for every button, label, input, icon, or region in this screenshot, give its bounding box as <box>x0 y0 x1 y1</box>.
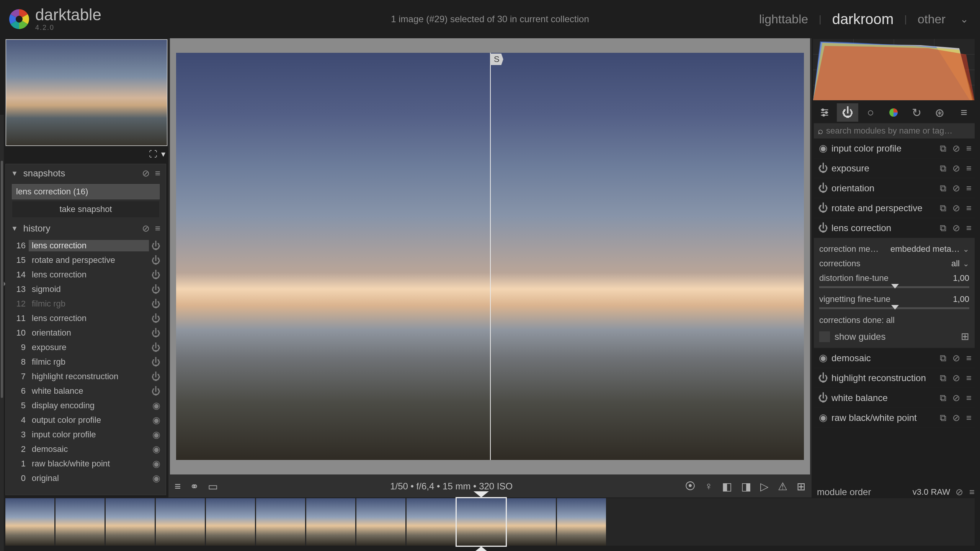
power-icon[interactable]: ⏻ <box>150 298 162 309</box>
module-row[interactable]: ⏻rotate and perspective⧉⊘≡ <box>814 198 975 218</box>
reset-icon[interactable]: ⊘ <box>142 168 150 179</box>
power-icon[interactable]: ⏻ <box>150 342 162 353</box>
view-darkroom[interactable]: darkroom <box>832 11 894 28</box>
power-icon[interactable]: ⏻ <box>150 313 162 324</box>
history-item[interactable]: 4output color profile◉ <box>6 413 166 427</box>
focus-peaking-icon[interactable]: ⦿ <box>685 480 696 493</box>
reset-icon[interactable]: ⊘ <box>952 412 960 423</box>
guides-grid-icon[interactable]: ⊞ <box>961 331 969 342</box>
filmstrip-thumb[interactable] <box>106 498 155 546</box>
filmstrip-thumb[interactable] <box>356 498 405 546</box>
target-icon[interactable]: ◉ <box>817 352 829 364</box>
target-icon[interactable]: ◉ <box>150 400 162 411</box>
presets-icon[interactable]: ≡ <box>966 412 972 423</box>
tab-quick-icon[interactable] <box>814 103 835 122</box>
filmstrip-thumb[interactable] <box>206 498 255 546</box>
presets-icon[interactable]: ≡ <box>966 373 972 383</box>
presets-icon[interactable]: ≡ <box>966 163 972 174</box>
module-row[interactable]: ◉input color profile⧉⊘≡ <box>814 139 975 158</box>
multi-instance-icon[interactable]: ⧉ <box>940 373 946 383</box>
menu-icon[interactable]: ≡ <box>155 168 160 179</box>
filmstrip-thumb[interactable] <box>507 498 556 546</box>
power-icon[interactable]: ⏻ <box>150 371 162 382</box>
history-item[interactable]: 5display encoding◉ <box>6 398 166 413</box>
target-icon[interactable]: ◉ <box>150 415 162 425</box>
snapshot-split-tag[interactable]: S <box>490 54 503 65</box>
presets-icon[interactable]: ≡ <box>966 393 972 403</box>
target-icon[interactable]: ◉ <box>150 458 162 469</box>
tab-base-icon[interactable]: ○ <box>860 103 881 122</box>
module-row[interactable]: ⏻orientation⧉⊘≡ <box>814 178 975 198</box>
search-input[interactable] <box>826 126 971 136</box>
quick-access-icon[interactable]: ≡ <box>175 480 181 493</box>
reset-icon[interactable]: ⊘ <box>142 223 150 234</box>
module-row[interactable]: ⏻white balance⧉⊘≡ <box>814 388 975 408</box>
view-lighttable[interactable]: lighttable <box>759 12 808 26</box>
history-item[interactable]: 6white balance⏻ <box>6 384 166 398</box>
history-item[interactable]: 16lens correction⏻ <box>6 238 166 253</box>
reset-icon[interactable]: ⊘ <box>952 223 960 233</box>
history-item[interactable]: 10orientation⏻ <box>6 326 166 340</box>
power-icon[interactable]: ⏻ <box>150 386 162 396</box>
presets-icon[interactable]: ≡ <box>966 353 972 364</box>
reset-icon[interactable]: ⊘ <box>952 143 960 154</box>
view-other[interactable]: other <box>918 12 946 26</box>
menu-icon[interactable]: ≡ <box>969 487 975 497</box>
image-preview[interactable]: S <box>176 53 804 460</box>
module-row[interactable]: ⏻highlight reconstruction⧉⊘≡ <box>814 368 975 388</box>
multi-instance-icon[interactable]: ⧉ <box>940 163 946 174</box>
module-row[interactable]: ⏻exposure⧉⊘≡ <box>814 158 975 178</box>
raw-overexposed-icon[interactable]: ◧ <box>722 480 732 493</box>
multi-instance-icon[interactable]: ⧉ <box>940 183 946 194</box>
reset-icon[interactable]: ⊘ <box>952 353 960 364</box>
reset-icon[interactable]: ⊘ <box>952 373 960 383</box>
correction-method[interactable]: correction me…embedded meta…⌄ <box>819 242 969 256</box>
module-row[interactable]: ◉demosaic⧉⊘≡ <box>814 348 975 368</box>
history-item[interactable]: 0original◉ <box>6 471 166 486</box>
power-icon[interactable]: ⏻ <box>150 284 162 295</box>
corrections[interactable]: correctionsall⌄ <box>819 256 969 271</box>
history-item[interactable]: 9exposure⏻ <box>6 340 166 355</box>
reset-icon[interactable]: ⊘ <box>952 183 960 194</box>
history-header[interactable]: ▼ history ⊘ ≡ <box>6 219 166 238</box>
history-item[interactable]: 2demosaic◉ <box>6 442 166 456</box>
filmstrip-thumb[interactable] <box>557 498 606 546</box>
filmstrip-thumb[interactable] <box>306 498 355 546</box>
left-scrollbar[interactable] <box>0 115 4 551</box>
history-item[interactable]: 12filmic rgb⏻ <box>6 297 166 311</box>
target-icon[interactable]: ◉ <box>150 473 162 484</box>
filmstrip-thumb[interactable] <box>156 498 205 546</box>
target-icon[interactable]: ◉ <box>150 444 162 455</box>
history-item[interactable]: 11lens correction⏻ <box>6 311 166 326</box>
snapshot-item[interactable]: lens correction (16) <box>12 184 160 199</box>
views-expand-icon[interactable]: ⌄ <box>960 13 969 25</box>
history-item[interactable]: 15rotate and perspective⏻ <box>6 253 166 267</box>
history-item[interactable]: 1raw black/white point◉ <box>6 456 166 471</box>
power-icon[interactable]: ⏻ <box>817 182 829 194</box>
softproof-icon[interactable]: ⚠ <box>778 480 787 493</box>
multi-instance-icon[interactable]: ⧉ <box>940 143 946 154</box>
tab-active-icon[interactable]: ⏻ <box>837 103 858 122</box>
snapshots-header[interactable]: ▼ snapshots ⊘ ≡ <box>6 164 166 183</box>
filmstrip-thumb[interactable] <box>457 498 506 546</box>
power-icon[interactable]: ⏻ <box>150 357 162 367</box>
multi-instance-icon[interactable]: ⧉ <box>940 223 946 233</box>
power-icon[interactable]: ⏻ <box>817 222 829 234</box>
tab-effect-icon[interactable]: ⊛ <box>929 103 950 122</box>
power-icon[interactable]: ⏻ <box>817 162 829 174</box>
tab-color-icon[interactable] <box>883 103 904 122</box>
multi-instance-icon[interactable]: ⧉ <box>940 353 946 364</box>
multi-instance-icon[interactable]: ⧉ <box>940 393 946 403</box>
reset-icon[interactable]: ⊘ <box>956 487 963 497</box>
module-row[interactable]: ⏻lens correction⧉⊘≡ <box>814 218 975 238</box>
power-icon[interactable]: ⏻ <box>150 269 162 280</box>
history-item[interactable]: 3input color profile◉ <box>6 427 166 442</box>
guides-icon[interactable]: ⊞ <box>797 480 805 493</box>
power-icon[interactable]: ⏻ <box>150 240 162 251</box>
navigation-thumbnail[interactable] <box>5 39 168 146</box>
fullscreen-icon[interactable]: ⛶ <box>149 149 157 159</box>
collapse-icon[interactable]: ▾ <box>161 149 165 159</box>
take-snapshot-button[interactable]: take snapshot <box>12 201 160 218</box>
history-item[interactable]: 13sigmoid⏻ <box>6 282 166 297</box>
power-icon[interactable]: ⏻ <box>817 202 829 214</box>
